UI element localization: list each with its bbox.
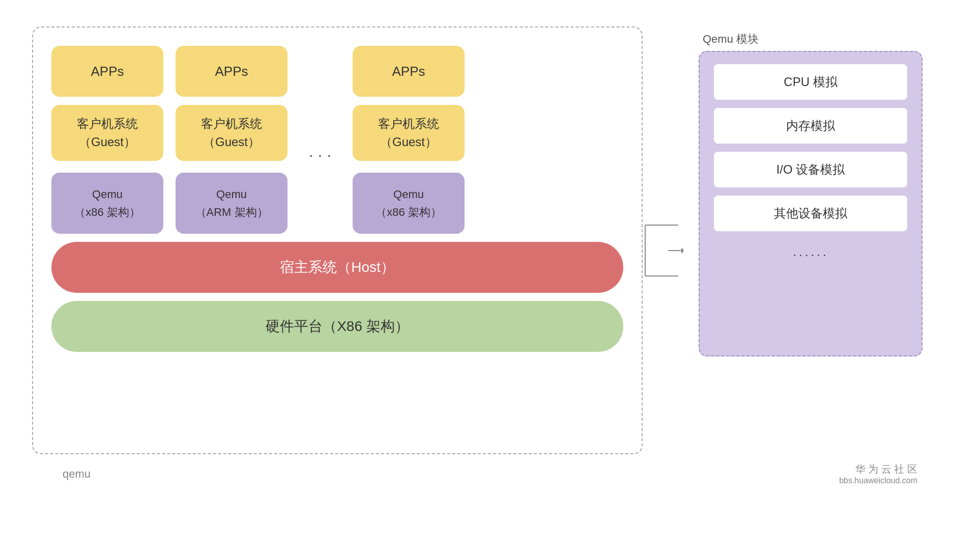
guest-os-col-last: 客户机系统 （Guest） bbox=[353, 105, 465, 161]
module-item-io: I/O 设备模拟 bbox=[714, 152, 907, 187]
guest-os-sublabel-2: （Guest） bbox=[203, 133, 260, 151]
qemu-module-box: CPU 模拟 内存模拟 I/O 设备模拟 其他设备模拟 ...... bbox=[699, 51, 923, 356]
diagram-area: APPs APPs APPs bbox=[32, 26, 948, 454]
apps-box-2: APPs bbox=[176, 46, 287, 97]
bottom-labels: qemu 华 为 云 社 区 bbs.huaweicloud.com bbox=[32, 462, 948, 485]
qemu-module-label: Qemu 模块 bbox=[699, 32, 759, 47]
qemu-row: Qemu （x86 架构） Qemu （ARM 架构） Qemu （x86 架构… bbox=[51, 173, 623, 234]
qemu-box-1: Qemu （x86 架构） bbox=[51, 173, 163, 234]
qemu-box-last: Qemu （x86 架构） bbox=[353, 173, 465, 234]
guest-column-last-apps: APPs bbox=[353, 46, 465, 97]
guest-os-label-2: 客户机系统 bbox=[201, 115, 262, 133]
module-other-label: 其他设备模拟 bbox=[774, 205, 847, 222]
main-box: APPs APPs APPs bbox=[32, 26, 643, 454]
apps-row: APPs APPs APPs bbox=[51, 46, 623, 97]
host-bar: 宿主系统（Host） bbox=[51, 242, 623, 293]
qemu-label-1: Qemu bbox=[92, 185, 123, 203]
host-label: 宿主系统（Host） bbox=[280, 258, 395, 277]
module-item-other: 其他设备模拟 bbox=[714, 196, 907, 231]
guest-os-label-last: 客户机系统 bbox=[378, 115, 439, 133]
apps-label-2: APPs bbox=[215, 64, 248, 79]
qemu-sublabel-1: （x86 架构） bbox=[74, 203, 140, 221]
guest-os-sublabel-last: （Guest） bbox=[380, 133, 437, 151]
qemu-sublabel-2: （ARM 架构） bbox=[195, 203, 268, 221]
module-io-label: I/O 设备模拟 bbox=[776, 161, 845, 178]
svg-marker-6 bbox=[681, 248, 683, 253]
apps-box-last: APPs bbox=[353, 46, 465, 97]
guest-os-box-last: 客户机系统 （Guest） bbox=[353, 105, 465, 161]
guest-column-2: APPs bbox=[176, 46, 287, 97]
dots-spacer bbox=[300, 46, 340, 97]
guest-os-box-1: 客户机系统 （Guest） bbox=[51, 105, 163, 161]
footer-right-sublabel: bbs.huaweicloud.com bbox=[839, 476, 917, 485]
connector-area bbox=[643, 220, 683, 281]
module-memory-label: 内存模拟 bbox=[786, 118, 835, 134]
footer-right-label: 华 为 云 社 区 bbox=[855, 462, 917, 476]
hardware-label: 硬件平台（X86 架构） bbox=[266, 317, 409, 336]
guest-os-sublabel-1: （Guest） bbox=[79, 133, 136, 151]
guest-os-col-1: 客户机系统 （Guest） bbox=[51, 105, 163, 161]
apps-label-last: APPs bbox=[392, 64, 425, 79]
module-cpu-label: CPU 模拟 bbox=[784, 74, 837, 90]
apps-box-1: APPs bbox=[51, 46, 163, 97]
module-dots: ...... bbox=[714, 243, 907, 260]
main-wrapper: APPs APPs APPs bbox=[32, 26, 948, 526]
guest-os-box-2: 客户机系统 （Guest） bbox=[176, 105, 287, 161]
qemu-label-2: Qemu bbox=[216, 185, 247, 203]
module-item-memory: 内存模拟 bbox=[714, 108, 907, 144]
apps-label-1: APPs bbox=[91, 64, 124, 79]
footer-left-label: qemu bbox=[63, 467, 91, 481]
guest-os-col-2: 客户机系统 （Guest） bbox=[176, 105, 287, 161]
connector-svg bbox=[643, 220, 683, 281]
qemu-sublabel-last: （x86 架构） bbox=[376, 203, 442, 221]
footer-right: 华 为 云 社 区 bbs.huaweicloud.com bbox=[839, 462, 917, 485]
qemu-label-last: Qemu bbox=[393, 185, 424, 203]
guest-os-row: 客户机系统 （Guest） 客户机系统 （Guest） · · · bbox=[51, 105, 623, 164]
module-item-cpu: CPU 模拟 bbox=[714, 64, 907, 100]
dots-col: · · · bbox=[300, 105, 340, 164]
qemu-box-2: Qemu （ARM 架构） bbox=[176, 173, 287, 234]
dots-text: · · · bbox=[309, 146, 331, 164]
hardware-bar: 硬件平台（X86 架构） bbox=[51, 301, 623, 352]
guest-os-label-1: 客户机系统 bbox=[77, 115, 138, 133]
qemu-module-outer: Qemu 模块 CPU 模拟 内存模拟 I/O 设备模拟 其他设备模拟 ....… bbox=[699, 32, 923, 356]
guest-column-1: APPs bbox=[51, 46, 163, 97]
